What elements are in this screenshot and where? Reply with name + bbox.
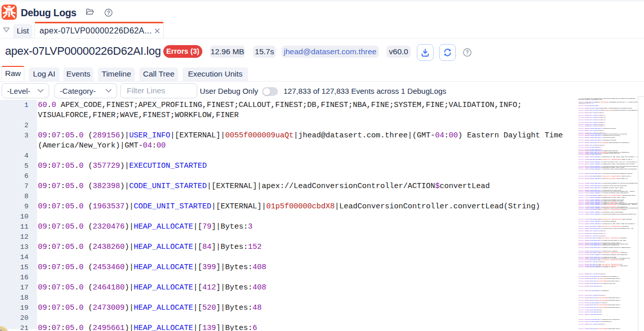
svg-text:?: ? <box>466 49 469 55</box>
svg-text:?: ? <box>107 10 110 16</box>
